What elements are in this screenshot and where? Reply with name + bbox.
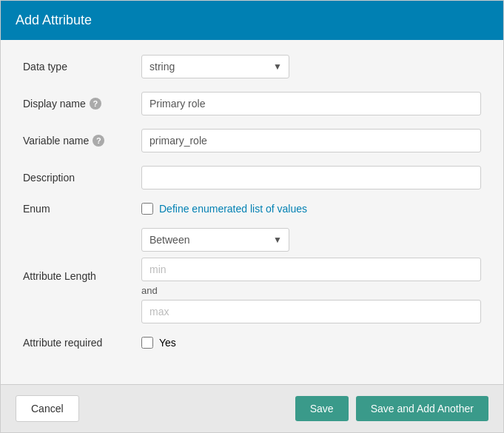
display-name-control <box>141 92 481 115</box>
footer-right: Save Save and Add Another <box>295 396 488 421</box>
enum-control: Define enumerated list of values <box>141 203 481 215</box>
attribute-required-checkbox-label: Yes <box>159 337 176 349</box>
length-min-wrap <box>141 258 481 281</box>
attribute-required-control: Yes <box>141 337 481 349</box>
modal-container: Add Attribute Data type string integer b… <box>0 0 504 433</box>
modal-body: Data type string integer boolean date fl… <box>1 40 503 384</box>
enum-label: Enum <box>23 203 141 215</box>
data-type-control: string integer boolean date float ▼ <box>141 55 481 78</box>
enum-checkbox[interactable] <box>141 203 153 215</box>
enum-row: Enum Define enumerated list of values <box>23 203 481 215</box>
display-name-input[interactable] <box>141 92 481 115</box>
save-and-add-button[interactable]: Save and Add Another <box>356 396 488 421</box>
data-type-row: Data type string integer boolean date fl… <box>23 55 481 78</box>
attribute-length-row: Attribute Length Between Exactly At leas… <box>23 228 481 323</box>
save-button[interactable]: Save <box>295 396 349 421</box>
attribute-required-row: Attribute required Yes <box>23 337 481 349</box>
attribute-required-checkbox[interactable] <box>141 337 153 349</box>
variable-name-label: Variable name ? <box>23 135 141 147</box>
and-text: and <box>141 281 481 300</box>
data-type-select[interactable]: string integer boolean date float <box>141 55 289 78</box>
attribute-length-label: Attribute Length <box>23 270 141 282</box>
description-label: Description <box>23 172 141 184</box>
variable-name-input[interactable] <box>141 129 481 152</box>
enum-checkbox-label: Define enumerated list of values <box>159 203 307 215</box>
modal-header: Add Attribute <box>1 1 503 40</box>
length-min-input[interactable] <box>141 258 481 281</box>
description-control <box>141 166 481 189</box>
display-name-row: Display name ? <box>23 92 481 115</box>
data-type-label: Data type <box>23 61 141 73</box>
enum-checkbox-row: Define enumerated list of values <box>141 203 481 215</box>
variable-name-control <box>141 129 481 152</box>
attribute-length-select[interactable]: Between Exactly At least At most <box>141 228 289 252</box>
length-max-wrap <box>141 300 481 323</box>
length-max-input[interactable] <box>141 300 481 323</box>
cancel-button[interactable]: Cancel <box>16 395 79 422</box>
variable-name-row: Variable name ? <box>23 129 481 152</box>
variable-name-help-icon[interactable]: ? <box>93 135 104 147</box>
description-row: Description <box>23 166 481 189</box>
attribute-length-control: Between Exactly At least At most ▼ and <box>141 228 481 323</box>
description-input[interactable] <box>141 166 481 189</box>
modal-title: Add Attribute <box>16 13 488 28</box>
attribute-length-select-wrapper: Between Exactly At least At most ▼ <box>141 228 289 252</box>
display-name-help-icon[interactable]: ? <box>90 98 101 110</box>
display-name-label: Display name ? <box>23 98 141 110</box>
attribute-required-checkbox-row: Yes <box>141 337 481 349</box>
attribute-required-label: Attribute required <box>23 337 141 349</box>
modal-footer: Cancel Save Save and Add Another <box>1 384 503 432</box>
data-type-select-wrapper: string integer boolean date float ▼ <box>141 55 289 78</box>
